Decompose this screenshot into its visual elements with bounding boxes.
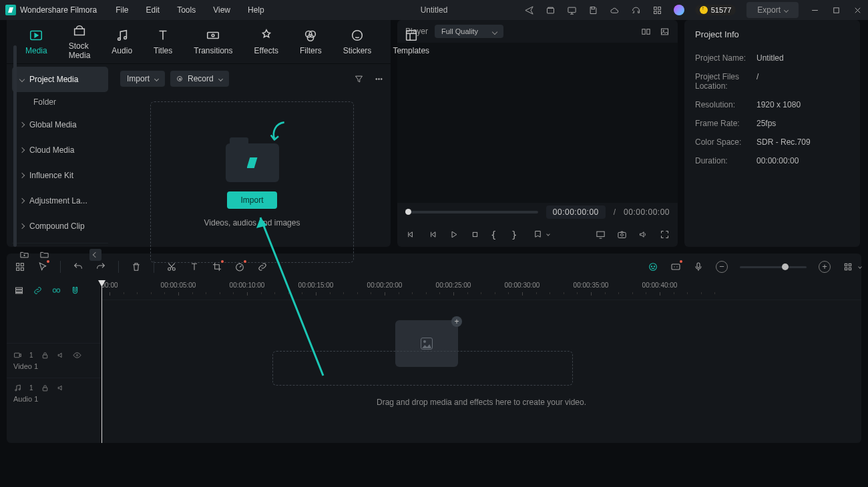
apps-icon[interactable] [652,5,663,15]
eye-icon[interactable] [73,351,81,360]
tab-effects[interactable]: Effects [254,28,278,55]
timeline-ruler[interactable]: 00:0000:00:05:0000:00:10:0000:00:15:0000… [101,280,861,300]
menu-view[interactable]: View [213,5,230,15]
speed-icon[interactable] [234,262,245,272]
svg-point-18 [375,78,377,79]
caption-icon[interactable] [670,262,681,272]
svg-rect-47 [15,292,22,293]
library-icon[interactable] [546,5,556,15]
send-icon[interactable] [524,5,535,15]
points-badge[interactable]: 51577 [695,5,736,15]
timeline-body[interactable]: Drag and drop media and effects here to … [101,300,861,443]
compare-view-icon[interactable] [640,26,651,37]
volume-icon[interactable] [638,229,648,239]
marker-icon[interactable] [532,229,543,239]
svg-rect-22 [646,29,649,34]
close-button[interactable] [852,5,863,15]
sidebar-sub-folder[interactable]: Folder [12,92,108,112]
sidebar-item-cloud-media[interactable]: Cloud Media [12,137,108,163]
crop-icon[interactable] [212,262,222,272]
svg-point-36 [650,264,657,271]
display-icon[interactable] [595,229,606,239]
svg-rect-23 [661,29,668,35]
collapse-sidebar-button[interactable] [89,249,101,261]
stop-icon[interactable] [469,229,480,239]
zoom-out-button[interactable]: − [716,261,728,273]
audio-track-header[interactable]: 1 Audio 1 [7,378,101,408]
zoom-in-button[interactable]: + [819,261,831,273]
save-icon[interactable] [588,5,599,15]
import-dropzone[interactable]: Import Videos, audios and images [150,101,354,263]
avatar[interactable] [674,5,684,15]
step-back-icon[interactable] [427,229,437,239]
sidebar-item-influence-kit[interactable]: Influence Kit [12,163,108,188]
unlink-icon[interactable] [257,262,268,272]
folder-icon[interactable] [39,250,49,260]
minimize-button[interactable] [809,5,820,15]
tab-audio[interactable]: Audio [112,28,132,55]
fullscreen-icon[interactable] [659,229,670,239]
mute-icon[interactable] [57,384,65,392]
import-button[interactable]: Import [227,191,276,209]
prev-frame-icon[interactable] [405,229,416,239]
sidebar-item-global-media[interactable]: Global Media [12,112,108,137]
quality-select[interactable]: Full Quality [435,25,503,38]
playhead[interactable] [101,280,102,443]
cut-icon[interactable] [166,262,177,272]
snap-icon[interactable] [69,285,80,296]
import-dropdown[interactable]: Import [120,71,165,87]
snapshot-icon[interactable] [616,229,627,239]
maximize-button[interactable] [831,5,841,15]
menu-file[interactable]: File [116,5,128,15]
ruler-label: 00:00:10:00 [230,282,265,289]
export-button[interactable]: Export [746,2,799,18]
new-folder-icon[interactable] [19,250,29,260]
project-info-panel: Project Info Project Name:Untitled Proje… [684,20,860,247]
tab-media[interactable]: Media [25,28,47,55]
sidebar-item-adjustment-layer[interactable]: Adjustment La... [12,188,108,213]
player-viewport[interactable] [397,43,678,203]
tab-templates[interactable]: Templates [393,28,429,55]
headset-icon[interactable] [631,5,642,15]
menu-help[interactable]: Help [248,5,264,15]
mark-in-icon[interactable]: { [491,229,501,239]
link-icon[interactable] [32,285,43,296]
seek-bar[interactable] [405,211,538,213]
lock-icon[interactable] [41,351,49,360]
app-name: Wondershare Filmora [20,5,97,15]
play-icon[interactable] [448,229,459,239]
text-icon[interactable] [189,262,200,272]
timeline-dropzone[interactable] [272,351,573,386]
toggle-all-tracks-icon[interactable] [13,285,24,296]
svg-point-19 [378,78,379,79]
record-dropdown[interactable]: Record [170,71,229,87]
mark-out-icon[interactable]: } [511,229,521,239]
tab-stock-media[interactable]: Stock Media [69,23,91,60]
video-track-header[interactable]: 1 Video 1 [7,343,101,378]
menu-tools[interactable]: Tools [177,5,196,15]
lock-icon[interactable] [41,384,49,392]
tab-transitions[interactable]: Transitions [194,28,232,55]
ai-icon[interactable] [648,262,658,272]
zoom-slider[interactable] [740,266,807,268]
more-icon[interactable] [373,73,384,84]
cloud-icon[interactable] [610,5,620,15]
panel-scrollbar[interactable] [13,45,17,247]
menu-edit[interactable]: Edit [146,5,160,15]
svg-rect-55 [43,388,47,391]
svg-rect-40 [697,263,700,268]
view-options-icon[interactable] [843,262,853,272]
device-icon[interactable] [567,5,578,15]
tab-filters[interactable]: Filters [300,28,322,55]
sidebar-item-project-media[interactable]: Project Media [12,67,108,92]
sidebar-item-compound-clip[interactable]: Compound Clip [12,213,108,239]
ripple-icon[interactable] [51,285,61,296]
tab-titles[interactable]: Titles [154,28,172,55]
cursor-icon[interactable] [37,262,48,272]
delete-icon[interactable] [131,262,142,272]
filter-icon[interactable] [353,73,364,84]
mic-icon[interactable] [693,262,704,272]
mute-icon[interactable] [57,351,65,360]
image-view-icon[interactable] [659,26,670,37]
tab-stickers[interactable]: Stickers [343,28,372,55]
